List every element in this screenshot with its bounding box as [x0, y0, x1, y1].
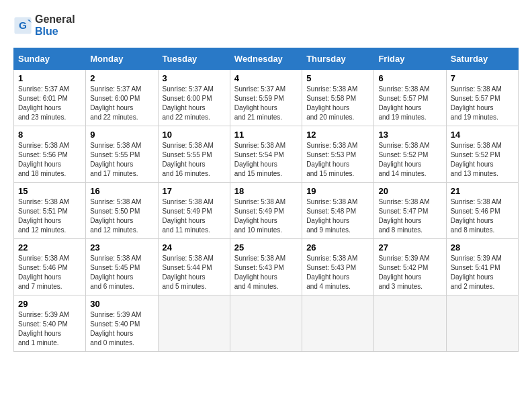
day-info: Sunrise: 5:39 AMSunset: 5:40 PMDaylight … [18, 310, 81, 348]
calendar-week-2: 8Sunrise: 5:38 AMSunset: 5:56 PMDaylight… [14, 126, 519, 183]
day-number: 25 [234, 242, 298, 253]
calendar-cell: 18Sunrise: 5:38 AMSunset: 5:49 PMDayligh… [230, 183, 302, 239]
calendar-cell: 19Sunrise: 5:38 AMSunset: 5:48 PMDayligh… [302, 183, 374, 239]
calendar-cell: 14Sunrise: 5:38 AMSunset: 5:52 PMDayligh… [446, 126, 518, 183]
day-number: 22 [18, 242, 81, 253]
weekday-header-monday: Monday [86, 48, 158, 70]
calendar-cell: 2Sunrise: 5:37 AMSunset: 6:00 PMDaylight… [86, 70, 158, 126]
day-number: 11 [234, 130, 298, 140]
calendar-cell [446, 295, 518, 352]
day-info: Sunrise: 5:38 AMSunset: 5:46 PMDaylight … [18, 254, 81, 291]
day-number: 8 [18, 130, 81, 140]
calendar-cell [302, 295, 374, 352]
day-info: Sunrise: 5:38 AMSunset: 5:49 PMDaylight … [163, 197, 226, 235]
calendar-cell: 17Sunrise: 5:38 AMSunset: 5:49 PMDayligh… [158, 183, 230, 239]
calendar-cell [158, 295, 230, 352]
calendar-cell: 6Sunrise: 5:38 AMSunset: 5:57 PMDaylight… [374, 70, 446, 126]
calendar-cell: 4Sunrise: 5:37 AMSunset: 5:59 PMDaylight… [230, 70, 302, 126]
calendar-week-1: 1Sunrise: 5:37 AMSunset: 6:01 PMDaylight… [14, 70, 519, 126]
day-number: 30 [90, 299, 153, 309]
day-number: 13 [378, 130, 441, 140]
logo: G General Blue [13, 13, 75, 37]
day-info: Sunrise: 5:38 AMSunset: 5:47 PMDaylight … [378, 197, 441, 235]
calendar-week-4: 22Sunrise: 5:38 AMSunset: 5:46 PMDayligh… [14, 239, 519, 295]
calendar-cell: 15Sunrise: 5:38 AMSunset: 5:51 PMDayligh… [14, 183, 86, 239]
weekday-header-saturday: Saturday [446, 48, 518, 70]
calendar-cell: 25Sunrise: 5:38 AMSunset: 5:43 PMDayligh… [230, 239, 302, 295]
day-number: 29 [18, 299, 81, 309]
weekday-header-tuesday: Tuesday [158, 48, 230, 70]
day-info: Sunrise: 5:37 AMSunset: 5:59 PMDaylight … [234, 85, 298, 122]
calendar-cell [374, 295, 446, 352]
day-number: 17 [163, 186, 226, 196]
calendar-cell: 13Sunrise: 5:38 AMSunset: 5:52 PMDayligh… [374, 126, 446, 183]
calendar-cell: 9Sunrise: 5:38 AMSunset: 5:55 PMDaylight… [86, 126, 158, 183]
day-info: Sunrise: 5:38 AMSunset: 5:55 PMDaylight … [163, 141, 226, 179]
calendar-cell: 20Sunrise: 5:38 AMSunset: 5:47 PMDayligh… [374, 183, 446, 239]
day-number: 4 [234, 73, 298, 83]
day-number: 12 [306, 130, 369, 140]
day-info: Sunrise: 5:38 AMSunset: 5:54 PMDaylight … [234, 141, 298, 179]
calendar-cell: 22Sunrise: 5:38 AMSunset: 5:46 PMDayligh… [14, 239, 86, 295]
day-info: Sunrise: 5:38 AMSunset: 5:43 PMDaylight … [306, 254, 369, 291]
day-number: 21 [451, 186, 514, 196]
day-info: Sunrise: 5:37 AMSunset: 6:00 PMDaylight … [163, 85, 226, 122]
calendar-cell: 12Sunrise: 5:38 AMSunset: 5:53 PMDayligh… [302, 126, 374, 183]
day-info: Sunrise: 5:38 AMSunset: 5:52 PMDaylight … [451, 141, 514, 179]
day-number: 23 [90, 242, 153, 253]
calendar-cell [230, 295, 302, 352]
day-number: 27 [378, 242, 441, 253]
calendar-cell: 28Sunrise: 5:39 AMSunset: 5:41 PMDayligh… [446, 239, 518, 295]
calendar-cell: 8Sunrise: 5:38 AMSunset: 5:56 PMDaylight… [14, 126, 86, 183]
calendar-table: SundayMondayTuesdayWednesdayThursdayFrid… [13, 48, 519, 352]
day-number: 19 [306, 186, 369, 196]
day-info: Sunrise: 5:38 AMSunset: 5:44 PMDaylight … [163, 254, 226, 291]
day-info: Sunrise: 5:39 AMSunset: 5:42 PMDaylight … [378, 254, 441, 291]
day-info: Sunrise: 5:38 AMSunset: 5:48 PMDaylight … [306, 197, 369, 235]
calendar-cell: 24Sunrise: 5:38 AMSunset: 5:44 PMDayligh… [158, 239, 230, 295]
day-number: 28 [451, 242, 514, 253]
day-info: Sunrise: 5:37 AMSunset: 6:01 PMDaylight … [18, 85, 81, 122]
calendar-cell: 5Sunrise: 5:38 AMSunset: 5:58 PMDaylight… [302, 70, 374, 126]
calendar-cell: 10Sunrise: 5:38 AMSunset: 5:55 PMDayligh… [158, 126, 230, 183]
day-info: Sunrise: 5:38 AMSunset: 5:46 PMDaylight … [451, 197, 514, 235]
calendar-cell: 11Sunrise: 5:38 AMSunset: 5:54 PMDayligh… [230, 126, 302, 183]
day-info: Sunrise: 5:38 AMSunset: 5:50 PMDaylight … [90, 197, 153, 235]
day-number: 2 [90, 73, 153, 83]
day-info: Sunrise: 5:38 AMSunset: 5:49 PMDaylight … [234, 197, 298, 235]
weekday-header-sunday: Sunday [14, 48, 86, 70]
day-info: Sunrise: 5:38 AMSunset: 5:58 PMDaylight … [306, 85, 369, 122]
calendar-cell: 21Sunrise: 5:38 AMSunset: 5:46 PMDayligh… [446, 183, 518, 239]
day-info: Sunrise: 5:38 AMSunset: 5:57 PMDaylight … [451, 85, 514, 122]
calendar-cell: 27Sunrise: 5:39 AMSunset: 5:42 PMDayligh… [374, 239, 446, 295]
day-info: Sunrise: 5:39 AMSunset: 5:40 PMDaylight … [90, 310, 153, 348]
day-info: Sunrise: 5:39 AMSunset: 5:41 PMDaylight … [451, 254, 514, 291]
day-info: Sunrise: 5:38 AMSunset: 5:57 PMDaylight … [378, 85, 441, 122]
logo-icon: G [13, 16, 32, 35]
weekday-header-friday: Friday [374, 48, 446, 70]
day-number: 3 [163, 73, 226, 83]
page-header: G General Blue [13, 13, 519, 37]
calendar-cell: 29Sunrise: 5:39 AMSunset: 5:40 PMDayligh… [14, 295, 86, 352]
day-info: Sunrise: 5:38 AMSunset: 5:52 PMDaylight … [378, 141, 441, 179]
day-info: Sunrise: 5:38 AMSunset: 5:53 PMDaylight … [306, 141, 369, 179]
day-info: Sunrise: 5:38 AMSunset: 5:51 PMDaylight … [18, 197, 81, 235]
day-info: Sunrise: 5:38 AMSunset: 5:55 PMDaylight … [90, 141, 153, 179]
day-number: 10 [163, 130, 226, 140]
calendar-cell: 16Sunrise: 5:38 AMSunset: 5:50 PMDayligh… [86, 183, 158, 239]
day-info: Sunrise: 5:38 AMSunset: 5:43 PMDaylight … [234, 254, 298, 291]
svg-text:G: G [19, 19, 27, 30]
calendar-cell: 26Sunrise: 5:38 AMSunset: 5:43 PMDayligh… [302, 239, 374, 295]
day-number: 9 [90, 130, 153, 140]
day-number: 7 [451, 73, 514, 83]
calendar-week-5: 29Sunrise: 5:39 AMSunset: 5:40 PMDayligh… [14, 295, 519, 352]
day-number: 5 [306, 73, 369, 83]
weekday-header-thursday: Thursday [302, 48, 374, 70]
day-number: 20 [378, 186, 441, 196]
day-number: 24 [163, 242, 226, 253]
day-number: 1 [18, 73, 81, 83]
day-number: 6 [378, 73, 441, 83]
day-info: Sunrise: 5:38 AMSunset: 5:56 PMDaylight … [18, 141, 81, 179]
day-number: 16 [90, 186, 153, 196]
day-number: 14 [451, 130, 514, 140]
